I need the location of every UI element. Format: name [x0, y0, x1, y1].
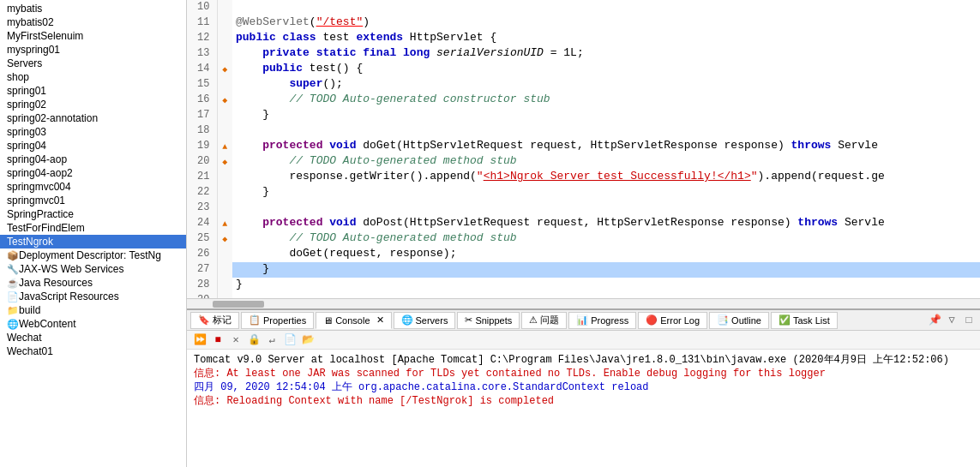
line-code[interactable]: public class test extends HttpServlet {: [232, 31, 980, 46]
sidebar-item-myfirstselenuim[interactable]: MyFirstSelenuim: [0, 29, 186, 43]
line-code[interactable]: }: [232, 262, 980, 278]
tab-标记[interactable]: 🔖标记: [190, 312, 239, 329]
tab-progress[interactable]: 📊Progress: [568, 312, 636, 329]
line-code[interactable]: private static final long serialVersionU…: [232, 46, 980, 62]
sidebar-item-testngrok[interactable]: TestNgrok: [0, 235, 186, 248]
sidebar-item-label: spring02: [7, 99, 46, 111]
sidebar-item-label: myspring01: [7, 44, 60, 56]
sidebar-item-spring03[interactable]: spring03: [0, 125, 186, 139]
sidebar-item-myspring01[interactable]: myspring01: [0, 43, 186, 57]
sidebar-item-jax-ws-web-services[interactable]: 🔧JAX-WS Web Services: [0, 262, 186, 276]
sidebar-item-springmvc01[interactable]: springmvc01: [0, 194, 186, 207]
tab-servers[interactable]: 🌐Servers: [394, 312, 456, 329]
line-gutter: ◆: [217, 62, 232, 77]
console-line-2: 信息: At least one JAR was scanned for TLD…: [194, 367, 973, 380]
code-line-29: 29: [187, 293, 980, 298]
sidebar-item-servers[interactable]: Servers: [0, 57, 186, 70]
gutter-icon[interactable]: ◆: [222, 96, 227, 105]
line-gutter: [217, 77, 232, 93]
tab-error-log[interactable]: 🔴Error Log: [638, 312, 707, 329]
line-code[interactable]: }: [232, 185, 980, 201]
sidebar-item-label: Deployment Descriptor: TestNg: [19, 249, 161, 261]
sidebar-item-mybatis[interactable]: mybatis: [0, 2, 186, 15]
open-button[interactable]: 📂: [300, 332, 316, 348]
sidebar-item-springpractice[interactable]: SpringPractice: [0, 207, 186, 221]
tab-label: Console: [335, 315, 370, 326]
code-container[interactable]: 10 11@WebServlet("/test")12public class …: [187, 0, 980, 298]
line-gutter: [217, 185, 232, 201]
line-code[interactable]: // TODO Auto-generated method stub: [232, 154, 980, 170]
line-code[interactable]: [232, 201, 980, 216]
tab-task-list[interactable]: ✅Task List: [771, 312, 838, 329]
gutter-icon[interactable]: ▲: [222, 219, 227, 229]
gutter-icon[interactable]: ◆: [222, 235, 227, 244]
sidebar-item-spring04-aop[interactable]: spring04-aop: [0, 153, 186, 166]
line-code[interactable]: response.getWriter().append("<h1>Ngrok S…: [232, 170, 980, 185]
line-code[interactable]: doGet(request, response);: [232, 247, 980, 262]
tab-问题[interactable]: ⚠问题: [521, 312, 567, 329]
scrollbar-thumb: [213, 301, 264, 308]
pin-button[interactable]: 📌: [927, 313, 942, 328]
line-code[interactable]: [232, 0, 980, 15]
new-console-button[interactable]: 📄: [282, 332, 298, 348]
line-code[interactable]: }: [232, 278, 980, 293]
tab-icon: ✂: [465, 314, 472, 326]
sidebar-item-spring04-aop2[interactable]: spring04-aop2: [0, 166, 186, 180]
line-code[interactable]: @WebServlet("/test"): [232, 15, 980, 31]
line-code[interactable]: // TODO Auto-generated method stub: [232, 231, 980, 247]
line-code[interactable]: }: [232, 108, 980, 123]
minimize-button[interactable]: ▽: [944, 313, 959, 328]
sidebar-item-shop[interactable]: shop: [0, 70, 186, 84]
stop-button[interactable]: ■: [210, 332, 225, 348]
line-code[interactable]: [232, 293, 980, 298]
sidebar-item-build[interactable]: 📁build: [0, 303, 186, 317]
sidebar-item-label: WebContent: [19, 318, 76, 330]
line-code[interactable]: public test() {: [232, 62, 980, 77]
sidebar-item-deployment-descriptor:-testng[interactable]: 📦Deployment Descriptor: TestNg: [0, 248, 186, 262]
sidebar-item-testforfindelem[interactable]: TestForFindElem: [0, 221, 186, 235]
line-number: 18: [187, 123, 217, 139]
horizontal-scrollbar[interactable]: [187, 298, 980, 308]
console-btn1[interactable]: ⏩: [192, 332, 207, 348]
sidebar-item-icon: ☕: [7, 278, 19, 288]
sidebar-item-javascript-resources[interactable]: 📄JavaScript Resources: [0, 290, 186, 303]
tab-properties[interactable]: 📋Properties: [241, 312, 314, 329]
scroll-lock-button[interactable]: 🔒: [246, 332, 262, 348]
tab-close-icon[interactable]: ✕: [376, 314, 384, 326]
editor-area: 10 11@WebServlet("/test")12public class …: [187, 0, 980, 467]
line-gutter: ◆: [217, 93, 232, 108]
gutter-icon[interactable]: ◆: [222, 158, 227, 167]
tab-outline[interactable]: 📑Outline: [709, 312, 769, 329]
sidebar-item-label: spring01: [7, 85, 46, 97]
line-gutter: [217, 0, 232, 15]
console-line-1: Tomcat v9.0 Server at localhost [Apache …: [194, 353, 973, 367]
sidebar-item-spring02[interactable]: spring02: [0, 98, 186, 111]
line-code[interactable]: protected void doPost(HttpServletRequest…: [232, 216, 980, 231]
gutter-icon[interactable]: ◆: [222, 65, 227, 75]
sidebar-item-spring01[interactable]: spring01: [0, 84, 186, 98]
sidebar-item-webcontent[interactable]: 🌐WebContent: [0, 317, 186, 331]
sidebar-item-springmvc004[interactable]: springmvc004: [0, 180, 186, 194]
tab-label: Error Log: [660, 315, 700, 326]
tab-console[interactable]: 🖥Console✕: [316, 312, 391, 329]
sidebar-item-spring02-annotation[interactable]: spring02-annotation: [0, 111, 186, 125]
tab-icon: 📑: [717, 314, 729, 326]
line-code[interactable]: protected void doGet(HttpServletRequest …: [232, 139, 980, 154]
sidebar-item-spring04[interactable]: spring04: [0, 139, 186, 153]
gutter-icon[interactable]: ▲: [222, 142, 227, 152]
code-line-26: 26 doGet(request, response);: [187, 247, 980, 262]
clear-button[interactable]: ✕: [228, 332, 243, 348]
sidebar-item-wechat01[interactable]: Wechat01: [0, 344, 186, 358]
sidebar-item-wechat[interactable]: Wechat: [0, 331, 186, 344]
line-code[interactable]: // TODO Auto-generated constructor stub: [232, 93, 980, 108]
sidebar-item-java-resources[interactable]: ☕Java Resources: [0, 276, 186, 290]
wrap-button[interactable]: ↵: [264, 332, 280, 348]
tab-snippets[interactable]: ✂Snippets: [457, 312, 520, 329]
maximize-button[interactable]: □: [961, 313, 977, 328]
line-code[interactable]: super();: [232, 77, 980, 93]
code-line-16: 16◆ // TODO Auto-generated constructor s…: [187, 93, 980, 108]
tab-label: 问题: [540, 314, 559, 326]
line-code[interactable]: [232, 123, 980, 139]
code-line-23: 23: [187, 201, 980, 216]
sidebar-item-mybatis02[interactable]: mybatis02: [0, 15, 186, 29]
